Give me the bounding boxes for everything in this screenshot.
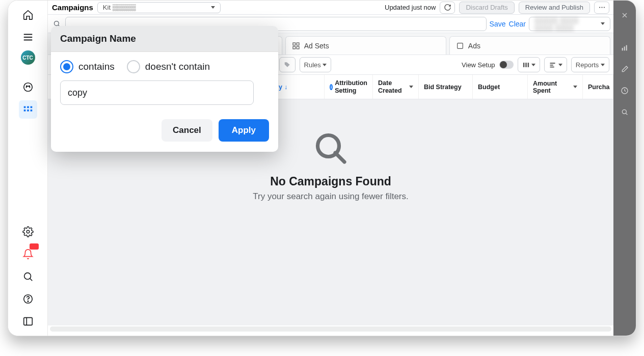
svg-rect-3 xyxy=(23,106,25,108)
svg-rect-35 xyxy=(527,63,529,67)
column-date-created[interactable]: Date Created xyxy=(373,75,419,99)
save-filter-link[interactable]: Save xyxy=(490,20,506,28)
account-selected-label: Kit ▒▒▒▒▒ xyxy=(103,4,136,11)
chevron-down-icon xyxy=(601,64,605,66)
column-bid-strategy[interactable]: Bid Strategy xyxy=(419,75,473,99)
svg-rect-13 xyxy=(23,318,32,325)
svg-rect-38 xyxy=(550,66,554,67)
svg-rect-4 xyxy=(27,106,29,108)
help-icon[interactable] xyxy=(19,290,37,308)
column-purchases[interactable]: Purcha xyxy=(583,75,613,99)
svg-point-1 xyxy=(26,86,26,86)
svg-rect-36 xyxy=(550,63,555,64)
columns-dropdown[interactable] xyxy=(518,57,541,72)
chevron-down-icon xyxy=(409,86,413,88)
reports-dropdown[interactable]: Reports xyxy=(571,57,609,72)
sort-down-icon: ↓ xyxy=(284,84,287,91)
chevron-down-icon xyxy=(323,64,327,66)
svg-rect-16 xyxy=(626,45,627,51)
svg-rect-25 xyxy=(293,43,296,45)
svg-point-19 xyxy=(599,7,600,8)
date-range-selector[interactable]: ▒▒▒▒▒ ▒▒▒▒ ▒▒▒▒ ▒▒▒▒ xyxy=(529,17,610,31)
edit-icon[interactable] xyxy=(617,62,632,77)
left-sidebar: CTC xyxy=(8,1,48,336)
svg-rect-37 xyxy=(550,64,553,65)
cancel-button[interactable]: Cancel xyxy=(162,119,212,142)
svg-rect-7 xyxy=(27,109,29,112)
svg-point-12 xyxy=(28,301,28,302)
radio-icon xyxy=(127,60,140,73)
chart-icon[interactable] xyxy=(617,40,632,56)
view-setup-toggle[interactable]: View Setup xyxy=(462,61,514,69)
home-icon[interactable] xyxy=(19,6,37,24)
search-right-icon[interactable] xyxy=(617,104,632,120)
svg-rect-29 xyxy=(458,43,463,48)
more-button[interactable] xyxy=(594,2,609,14)
gauge-icon[interactable] xyxy=(19,78,37,96)
chevron-down-icon xyxy=(211,6,215,9)
view-setup-label: View Setup xyxy=(462,61,495,69)
svg-point-2 xyxy=(29,86,30,86)
tag-button[interactable] xyxy=(279,57,296,72)
radio-contains[interactable]: contains xyxy=(60,60,115,73)
svg-rect-26 xyxy=(297,43,299,45)
sync-status: Updated just now xyxy=(385,4,436,11)
header: Campaigns Kit ▒▒▒▒▒ Updated just now Dis… xyxy=(48,1,613,15)
chevron-down-icon xyxy=(558,64,562,66)
column-delivery[interactable]: y ↓ xyxy=(274,75,325,99)
chevron-down-icon xyxy=(573,86,577,88)
review-publish-button[interactable]: Review and Publish xyxy=(519,2,590,14)
settings-icon[interactable] xyxy=(19,223,37,241)
clock-icon[interactable] xyxy=(617,83,632,98)
svg-rect-33 xyxy=(523,63,524,67)
rules-label: Rules xyxy=(304,61,321,69)
svg-rect-6 xyxy=(23,109,25,112)
reports-label: Reports xyxy=(576,61,599,69)
notifications-icon[interactable] xyxy=(19,245,37,263)
column-amount-spent[interactable]: Amount Spent xyxy=(528,75,583,99)
chevron-down-icon xyxy=(531,64,535,66)
svg-point-10 xyxy=(24,273,31,280)
search-nav-icon[interactable] xyxy=(19,267,37,286)
account-avatar[interactable]: CTC xyxy=(21,50,35,65)
column-budget[interactable]: Budget xyxy=(473,75,528,99)
filter-text-input[interactable] xyxy=(60,80,254,105)
popover-title: Campaign Name xyxy=(51,26,278,52)
info-icon: i xyxy=(330,84,333,90)
tab-ads-label: Ads xyxy=(468,42,480,50)
svg-point-20 xyxy=(601,7,602,8)
svg-rect-34 xyxy=(525,63,527,67)
column-attribution[interactable]: i Attribution Setting xyxy=(325,75,373,99)
breakdown-dropdown[interactable] xyxy=(544,57,567,72)
svg-rect-28 xyxy=(297,46,299,49)
tab-ads[interactable]: Ads xyxy=(449,36,610,54)
apply-button[interactable]: Apply xyxy=(219,119,269,142)
svg-point-21 xyxy=(603,7,604,8)
svg-point-9 xyxy=(26,230,30,233)
toggle-switch[interactable] xyxy=(499,61,514,69)
svg-rect-8 xyxy=(30,109,32,112)
tab-ad-sets[interactable]: Ad Sets xyxy=(285,36,446,54)
close-icon[interactable] xyxy=(617,8,632,23)
radio-not-contains[interactable]: doesn't contain xyxy=(127,60,210,73)
horizontal-scrollbar[interactable] xyxy=(50,326,611,332)
rules-dropdown[interactable]: Rules xyxy=(300,57,332,72)
menu-icon[interactable] xyxy=(19,28,37,46)
account-selector[interactable]: Kit ▒▒▒▒▒ xyxy=(97,2,221,13)
refresh-button[interactable] xyxy=(440,2,455,14)
page-title: Campaigns xyxy=(52,3,93,12)
collapse-sidebar-icon[interactable] xyxy=(19,312,37,331)
clear-filter-link[interactable]: Clear xyxy=(509,20,526,28)
search-empty-icon xyxy=(312,130,349,169)
svg-point-22 xyxy=(54,21,59,26)
radio-icon xyxy=(60,60,73,73)
chevron-down-icon xyxy=(601,22,605,25)
svg-rect-14 xyxy=(622,48,623,50)
svg-point-0 xyxy=(23,83,32,92)
empty-subtitle: Try your search again using fewer filter… xyxy=(253,191,409,202)
svg-rect-15 xyxy=(624,46,625,50)
ads-manager-icon[interactable] xyxy=(19,100,37,119)
svg-rect-5 xyxy=(30,106,32,108)
discard-drafts-button[interactable]: Discard Drafts xyxy=(459,2,514,14)
right-sidebar xyxy=(613,1,636,336)
